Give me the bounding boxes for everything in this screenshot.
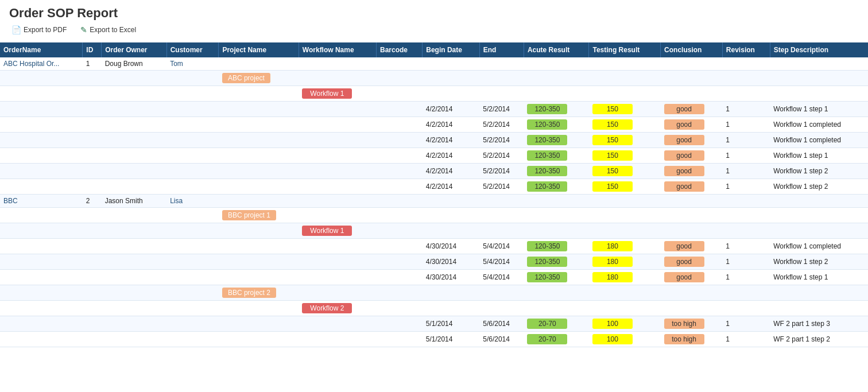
cell-end: 5/2/2014 <box>479 179 524 195</box>
col-testing-result: Testing Result <box>589 42 661 57</box>
cell-customer: Tom <box>166 57 219 71</box>
page-title: Order SOP Report <box>9 6 859 21</box>
cell-revision: 1 <box>722 332 770 347</box>
export-pdf-label: Export to PDF <box>24 26 67 34</box>
table-row: Workflow 2 <box>0 301 868 316</box>
cell-testing-result: 180 <box>589 239 661 254</box>
cell-step-description: Workflow 1 step 1 <box>770 148 868 164</box>
cell-begin-date: 4/2/2014 <box>423 117 480 133</box>
table-row: 4/2/2014 5/2/2014 120-350 150 good 1 Wor… <box>0 179 868 195</box>
cell-conclusion: good <box>661 270 723 285</box>
cell-acute-result: 120-350 <box>524 117 589 133</box>
table-row: 4/30/2014 5/4/2014 120-350 180 good 1 Wo… <box>0 239 868 254</box>
cell-project-name: BBC project 1 <box>219 208 299 223</box>
cell-conclusion: good <box>661 164 723 179</box>
col-end: End <box>479 42 524 57</box>
cell-acute-result: 20-70 <box>524 316 589 332</box>
cell-revision: 1 <box>722 179 770 195</box>
cell-step-description: Workflow 1 step 2 <box>770 179 868 195</box>
cell-begin-date: 4/2/2014 <box>423 179 480 195</box>
table-row: 5/1/2014 5/6/2014 20-70 100 too high 1 W… <box>0 316 868 332</box>
cell-begin-date: 5/1/2014 <box>423 316 480 332</box>
cell-conclusion: good <box>661 117 723 133</box>
cell-revision: 1 <box>722 254 770 270</box>
cell-step-description: Workflow 1 step 2 <box>770 164 868 179</box>
pdf-icon: 📄 <box>11 25 21 34</box>
cell-end: 5/2/2014 <box>479 133 524 148</box>
cell-conclusion: good <box>661 133 723 148</box>
cell-conclusion: good <box>661 148 723 164</box>
cell-acute-result: 20-70 <box>524 332 589 347</box>
cell-step-description: Workflow 1 completed <box>770 117 868 133</box>
cell-end: 5/6/2014 <box>479 316 524 332</box>
cell-conclusion: good <box>661 254 723 270</box>
cell-testing-result: 150 <box>589 164 661 179</box>
col-step-description: Step Description <box>770 42 868 57</box>
toolbar: 📄 Export to PDF ✎ Export to Excel <box>9 24 859 36</box>
export-excel-button[interactable]: ✎ Export to Excel <box>78 24 138 36</box>
cell-step-description: Workflow 1 completed <box>770 239 868 254</box>
table-row: 4/2/2014 5/2/2014 120-350 150 good 1 Wor… <box>0 133 868 148</box>
table-row: 4/30/2014 5/4/2014 120-350 180 good 1 Wo… <box>0 270 868 285</box>
cell-order-name: BBC <box>0 195 83 208</box>
cell-conclusion: too high <box>661 316 723 332</box>
cell-testing-result: 150 <box>589 179 661 195</box>
cell-workflow-name: Workflow 1 <box>299 223 376 239</box>
table-row: 4/2/2014 5/2/2014 120-350 150 good 1 Wor… <box>0 117 868 133</box>
cell-acute-result: 120-350 <box>524 164 589 179</box>
cell-revision: 1 <box>722 102 770 117</box>
cell-end: 5/2/2014 <box>479 117 524 133</box>
cell-conclusion: good <box>661 102 723 117</box>
cell-step-description: Workflow 1 completed <box>770 133 868 148</box>
cell-testing-result: 100 <box>589 316 661 332</box>
cell-revision: 1 <box>722 117 770 133</box>
col-project-name: Project Name <box>219 42 299 57</box>
cell-workflow-name: Workflow 1 <box>299 86 376 102</box>
export-pdf-button[interactable]: 📄 Export to PDF <box>9 24 69 36</box>
cell-revision: 1 <box>722 270 770 285</box>
page: Order SOP Report 📄 Export to PDF ✎ Expor… <box>0 0 868 392</box>
cell-revision: 1 <box>722 133 770 148</box>
col-customer: Customer <box>166 42 219 57</box>
col-workflow-name: Workflow Name <box>299 42 376 57</box>
cell-begin-date: 4/2/2014 <box>423 133 480 148</box>
table-row: Workflow 1 <box>0 86 868 102</box>
cell-acute-result: 120-350 <box>524 148 589 164</box>
cell-begin-date: 4/2/2014 <box>423 148 480 164</box>
table-row: 4/2/2014 5/2/2014 120-350 150 good 1 Wor… <box>0 148 868 164</box>
cell-end: 5/4/2014 <box>479 254 524 270</box>
excel-icon: ✎ <box>80 25 87 34</box>
cell-id: 1 <box>83 57 102 71</box>
cell-acute-result: 120-350 <box>524 270 589 285</box>
cell-testing-result: 150 <box>589 102 661 117</box>
col-acute-result: Acute Result <box>524 42 589 57</box>
cell-id: 2 <box>83 195 102 208</box>
cell-testing-result: 180 <box>589 270 661 285</box>
table-row: BBC 2 Jason Smith Lisa <box>0 195 868 208</box>
cell-conclusion: good <box>661 179 723 195</box>
cell-testing-result: 150 <box>589 117 661 133</box>
col-conclusion: Conclusion <box>661 42 723 57</box>
cell-order-owner: Doug Brown <box>102 57 167 71</box>
cell-workflow-name: Workflow 2 <box>299 301 376 316</box>
cell-end: 5/2/2014 <box>479 164 524 179</box>
cell-end: 5/4/2014 <box>479 270 524 285</box>
cell-begin-date: 4/30/2014 <box>423 254 480 270</box>
cell-begin-date: 4/2/2014 <box>423 164 480 179</box>
cell-revision: 1 <box>722 164 770 179</box>
report-table: OrderName ID Order Owner Customer Projec… <box>0 42 868 347</box>
cell-step-description: WF 2 part 1 step 3 <box>770 316 868 332</box>
col-barcode: Barcode <box>376 42 422 57</box>
cell-begin-date: 4/2/2014 <box>423 102 480 117</box>
cell-step-description: Workflow 1 step 1 <box>770 102 868 117</box>
cell-conclusion: too high <box>661 332 723 347</box>
table-row: ABC project <box>0 71 868 86</box>
cell-step-description: Workflow 1 step 2 <box>770 254 868 270</box>
cell-acute-result: 120-350 <box>524 102 589 117</box>
cell-acute-result: 120-350 <box>524 133 589 148</box>
cell-revision: 1 <box>722 148 770 164</box>
table-row: 4/30/2014 5/4/2014 120-350 180 good 1 Wo… <box>0 254 868 270</box>
col-order-owner: Order Owner <box>102 42 167 57</box>
table-body: ABC Hospital Or... 1 Doug Brown Tom ABC … <box>0 57 868 347</box>
col-begin-date: Begin Date <box>423 42 480 57</box>
